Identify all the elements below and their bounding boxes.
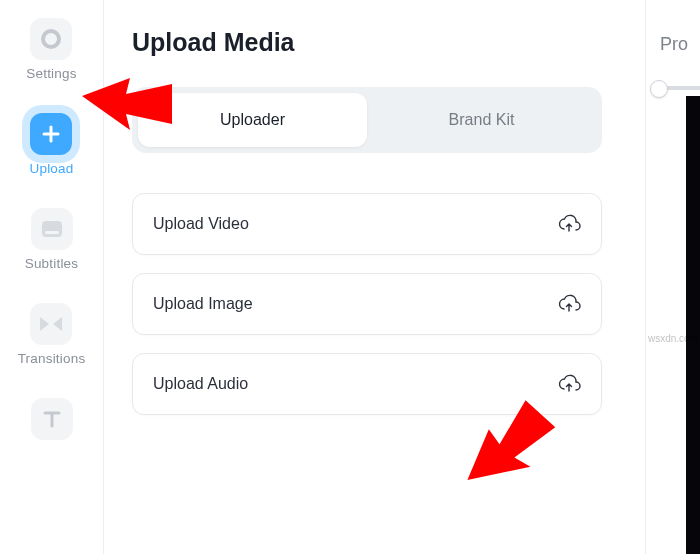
page-title: Upload Media [132,28,617,57]
right-panel: Pro [645,0,700,554]
sidebar-rail: Settings Upload Subtitles Transitions [0,0,104,554]
sidebar-item-label: Transitions [18,351,86,366]
upload-list: Upload Video Upload Image Upload Audio [132,193,602,415]
right-panel-label: Pro [660,34,688,55]
watermark: wsxdn.com [648,333,698,344]
upload-row-label: Upload Video [153,215,249,233]
cloud-upload-icon [557,374,581,394]
transition-icon [30,303,72,345]
svg-rect-2 [45,231,59,234]
upload-image-button[interactable]: Upload Image [132,273,602,335]
slider[interactable] [654,86,700,90]
sidebar-item-settings[interactable]: Settings [26,18,76,81]
upload-audio-button[interactable]: Upload Audio [132,353,602,415]
svg-rect-1 [42,221,62,237]
upload-panel: Upload Media Uploader Brand Kit Upload V… [104,0,645,554]
screen-icon [31,208,73,250]
svg-point-0 [43,31,59,47]
upload-row-label: Upload Audio [153,375,248,393]
sidebar-item-label: Settings [26,66,76,81]
upload-row-label: Upload Image [153,295,253,313]
tab-uploader[interactable]: Uploader [138,93,367,147]
cloud-upload-icon [557,214,581,234]
sidebar-item-subtitles[interactable]: Subtitles [25,208,79,271]
sidebar-item-label: Upload [30,161,74,176]
preview-area [686,96,700,554]
sidebar-item-text[interactable] [31,398,73,440]
plus-icon [30,113,72,155]
tab-brand-kit[interactable]: Brand Kit [367,93,596,147]
sidebar-item-transitions[interactable]: Transitions [18,303,86,366]
upload-video-button[interactable]: Upload Video [132,193,602,255]
upload-tabbar: Uploader Brand Kit [132,87,602,153]
text-icon [31,398,73,440]
sidebar-item-label: Subtitles [25,256,79,271]
cloud-upload-icon [557,294,581,314]
record-icon [30,18,72,60]
sidebar-item-upload[interactable]: Upload [30,113,74,176]
